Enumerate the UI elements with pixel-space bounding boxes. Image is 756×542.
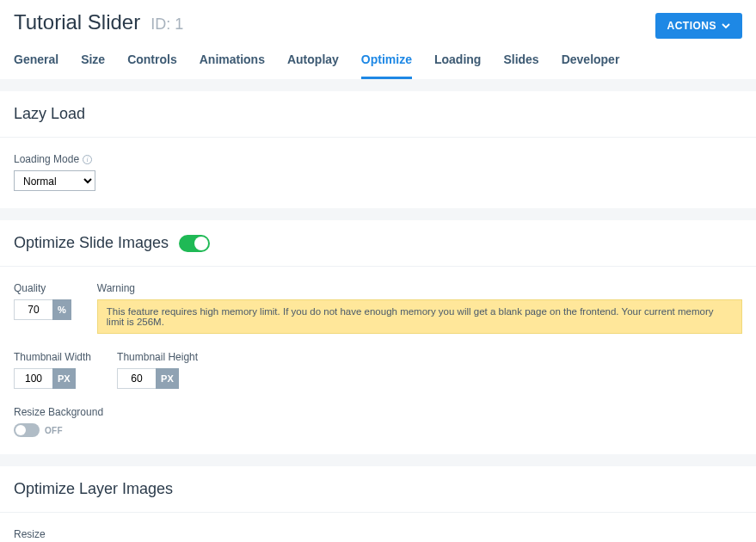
panel-title-optimize-slide: Optimize Slide Images (14, 234, 169, 252)
panel-body-optimize-slide: Quality % Warning This feature requires … (0, 267, 756, 454)
thumb-height-field: Thumbnail Height PX (117, 351, 198, 389)
info-icon[interactable]: i (83, 155, 92, 164)
tab-slides[interactable]: Slides (503, 52, 538, 79)
tabs: General Size Controls Animations Autopla… (14, 52, 742, 79)
panel-optimize-layer: Optimize Layer Images Resize OFF Base64 … (0, 466, 756, 542)
optimize-slide-toggle[interactable] (179, 235, 210, 252)
thumb-width-input[interactable] (14, 368, 52, 389)
panel-optimize-slide: Optimize Slide Images Quality % Warning … (0, 220, 756, 454)
quality-unit: % (52, 299, 71, 320)
page-title: Tutorial Slider (14, 10, 140, 34)
tab-general[interactable]: General (14, 52, 58, 79)
tab-animations[interactable]: Animations (200, 52, 265, 79)
panel-body-lazy-load: Loading Mode i Normal (0, 138, 756, 208)
tab-controls[interactable]: Controls (127, 52, 177, 79)
warning-label: Warning (97, 282, 742, 294)
tab-loading[interactable]: Loading (434, 52, 481, 79)
thumb-width-field: Thumbnail Width PX (14, 351, 91, 389)
chevron-down-icon (722, 22, 730, 30)
actions-label: ACTIONS (667, 20, 717, 32)
resize-bg-label: Resize Background (14, 406, 742, 418)
panel-header-optimize-layer: Optimize Layer Images (0, 466, 756, 513)
quality-label: Quality (14, 282, 71, 294)
quality-input[interactable] (14, 299, 52, 320)
header: Tutorial Slider ID: 1 ACTIONS General Si… (0, 0, 756, 79)
loading-mode-select[interactable]: Normal (14, 170, 95, 191)
header-top: Tutorial Slider ID: 1 ACTIONS (14, 10, 742, 39)
thumb-height-unit: PX (156, 368, 179, 389)
resize-label: Resize (14, 528, 742, 540)
panel-header-optimize-slide: Optimize Slide Images (0, 220, 756, 267)
loading-mode-label: Loading Mode i (14, 153, 742, 165)
panel-lazy-load: Lazy Load Loading Mode i Normal (0, 91, 756, 208)
panel-title-lazy-load: Lazy Load (14, 105, 85, 123)
page-id: ID: 1 (151, 15, 183, 34)
warning-box: This feature requires high memory limit.… (97, 299, 742, 334)
resize-bg-off-label: OFF (45, 426, 63, 435)
tab-size[interactable]: Size (81, 52, 105, 79)
actions-button[interactable]: ACTIONS (655, 13, 743, 39)
panel-title-optimize-layer: Optimize Layer Images (14, 480, 173, 498)
thumb-height-label: Thumbnail Height (117, 351, 198, 363)
title-group: Tutorial Slider ID: 1 (14, 10, 183, 34)
resize-bg-toggle[interactable] (14, 423, 40, 437)
warning-field: Warning This feature requires high memor… (97, 282, 742, 334)
tab-autoplay[interactable]: Autoplay (287, 52, 339, 79)
quality-field: Quality % (14, 282, 71, 320)
tab-developer[interactable]: Developer (562, 52, 620, 79)
tab-optimize[interactable]: Optimize (361, 52, 412, 79)
thumb-width-label: Thumbnail Width (14, 351, 91, 363)
thumb-height-input[interactable] (117, 368, 156, 389)
panel-body-optimize-layer: Resize OFF Base64 Embed i OFF (0, 513, 756, 542)
panel-header-lazy-load: Lazy Load (0, 91, 756, 138)
thumb-width-unit: PX (52, 368, 76, 389)
